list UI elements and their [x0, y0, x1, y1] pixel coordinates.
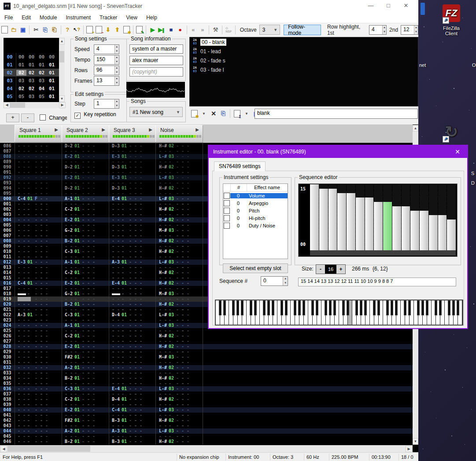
pattern-cell[interactable]: - - -- --- - -: [15, 270, 62, 275]
piano-black-key[interactable]: [298, 300, 301, 315]
record-icon[interactable]: ●: [176, 26, 184, 34]
pattern-cell[interactable]: - - -- --- - -: [15, 249, 62, 254]
pattern-cell[interactable]: - - -- --- - -: [109, 254, 156, 260]
frame-pattern-value[interactable]: 03: [16, 78, 26, 84]
scroll-down-icon[interactable]: ▼: [59, 95, 65, 102]
effect-checkbox[interactable]: [223, 208, 230, 214]
pattern-cell[interactable]: - - -- --- - -: [15, 275, 62, 281]
pattern-cell[interactable]: D-401-- - -: [109, 397, 156, 402]
frame-vscrollbar[interactable]: ▲ ▼: [59, 38, 65, 102]
pattern-cell[interactable]: - - -- --- - -: [15, 339, 62, 344]
pattern-cell[interactable]: H-#02-- - -: [156, 418, 203, 423]
frame-pattern-value[interactable]: 00: [47, 54, 57, 60]
copy-icon[interactable]: ⎘: [41, 26, 49, 34]
pattern-cell[interactable]: C-301-- - -: [62, 386, 109, 391]
piano-black-key[interactable]: [377, 300, 380, 315]
frame-row[interactable]: 0101010101: [4, 61, 59, 69]
cut-icon[interactable]: ✂: [32, 26, 40, 34]
pattern-cell[interactable]: - - -- --- - -: [15, 434, 62, 439]
pattern-cell[interactable]: - - -- --- - -: [109, 302, 156, 307]
pattern-cell[interactable]: - - -- --- - -: [109, 286, 156, 291]
pattern-cell[interactable]: - - -- --- - -: [62, 149, 109, 154]
frame-remove-icon[interactable]: −: [95, 26, 103, 34]
frame-pattern-value[interactable]: 01: [47, 94, 57, 99]
pattern-cell[interactable]: - - -- --- - -: [15, 186, 62, 191]
pattern-cell[interactable]: - - -- --- - -: [109, 233, 156, 238]
pattern-cell[interactable]: - - -- --- - -: [156, 244, 203, 249]
piano-black-key[interactable]: [439, 300, 442, 315]
pattern-cell[interactable]: - - -- --- - -: [62, 360, 109, 365]
pattern-cell[interactable]: H-#02-- - -: [156, 344, 203, 349]
pattern-cell[interactable]: H-#02-- - -: [156, 207, 203, 212]
sequence-loop-strip[interactable]: [310, 250, 456, 256]
pattern-cell[interactable]: H-#02-- - -: [156, 217, 203, 223]
pattern-cell[interactable]: - - -- --- - -: [156, 233, 203, 238]
frame-list[interactable]: 0000000000010101010102020202010303030301…: [4, 38, 59, 102]
pattern-cell[interactable]: - - -- --- - -: [15, 286, 62, 291]
frame-pattern-value[interactable]: 01: [47, 62, 57, 68]
pattern-cell[interactable]: H-#02-- - -: [156, 143, 203, 149]
piano-black-key[interactable]: [355, 300, 358, 315]
pattern-cell[interactable]: L-#03-- - -: [156, 260, 203, 265]
pattern-cell[interactable]: - - -- --- - -: [109, 212, 156, 217]
pattern-cell[interactable]: - - -- --- - -: [62, 402, 109, 407]
pattern-cell[interactable]: H-#02-- - -: [156, 439, 203, 444]
instrument-item[interactable]: 2A0300 - blank: [190, 37, 418, 47]
pattern-cell[interactable]: C-401-- - -: [15, 281, 62, 286]
piano-black-key[interactable]: [250, 300, 252, 315]
song-author-input[interactable]: alex mauer: [129, 56, 183, 65]
pattern-cell[interactable]: - - -- --- - -: [15, 402, 62, 407]
pattern-cell[interactable]: - - -- --- - -: [15, 143, 62, 149]
sequence-bar[interactable]: [365, 184, 374, 250]
instrument-name[interactable]: 02 - fade s: [200, 58, 225, 64]
pattern-cell[interactable]: B-301-- - -: [109, 418, 156, 423]
sequence-bar[interactable]: [420, 184, 428, 250]
pattern-cell[interactable]: - - -- --- - -: [15, 397, 62, 402]
frame-pattern-value[interactable]: 05: [16, 94, 26, 99]
pattern-cell[interactable]: - - -- --- - -: [62, 370, 109, 376]
pattern-hscrollbar[interactable]: ◀ ▶: [0, 445, 413, 452]
pattern-cell[interactable]: - --- - -: [15, 291, 62, 296]
pattern-cell[interactable]: - - -- --- - -: [156, 434, 203, 439]
scroll-up-icon[interactable]: ▲: [59, 38, 65, 44]
pattern-cell[interactable]: - - -- --- - -: [15, 413, 62, 418]
scroll-left-icon[interactable]: ◀: [4, 102, 10, 108]
piano-black-key[interactable]: [373, 300, 376, 315]
pattern-cell[interactable]: - - -- --- - -: [62, 286, 109, 291]
pattern-cell[interactable]: - - -- --- - -: [15, 439, 62, 444]
pattern-cell[interactable]: - - -- --- - -: [15, 370, 62, 376]
play-pattern-icon[interactable]: ▶▌: [158, 26, 166, 34]
pattern-cell[interactable]: - - -- --- - -: [109, 323, 156, 328]
pattern-cell[interactable]: H-#02-- - -: [156, 270, 203, 275]
channel-header-square-2[interactable]: Square 2▶: [62, 125, 109, 143]
new-file-icon[interactable]: [0, 26, 9, 34]
piano-black-key[interactable]: [426, 300, 428, 315]
hammer-icon[interactable]: ⚒: [211, 26, 220, 34]
pattern-cell[interactable]: - - -- --- - -: [156, 254, 203, 260]
speed-spinner[interactable]: 4▲▼: [94, 44, 119, 54]
play-icon[interactable]: ▶: [148, 26, 157, 34]
frame-pattern-value[interactable]: 01: [16, 62, 26, 68]
instrument-item[interactable]: 2A0303 - fade l: [190, 65, 418, 74]
pattern-cell[interactable]: - - -- --- - -: [15, 201, 62, 207]
piano-black-key[interactable]: [285, 300, 288, 315]
move-down-icon[interactable]: ⬇: [104, 26, 112, 34]
pattern-cell[interactable]: - --- - -: [109, 291, 156, 296]
pattern-cell[interactable]: - - -- --- - -: [109, 191, 156, 196]
pattern-cell[interactable]: - - -- --- - -: [15, 365, 62, 370]
scroll-left-icon[interactable]: ◀: [0, 446, 7, 452]
pattern-cell[interactable]: B-201-- - -: [62, 238, 109, 244]
chevron-down-icon[interactable]: ▼: [199, 109, 208, 118]
frame-row[interactable]: 0402020401: [4, 84, 59, 92]
pattern-cell[interactable]: A-201-- - -: [62, 428, 109, 434]
pattern-cell[interactable]: M-#03-- - -: [156, 228, 203, 233]
pattern-cell[interactable]: - - -- --- - -: [109, 296, 156, 302]
pattern-cell[interactable]: - - -- --- - -: [62, 159, 109, 165]
scroll-right-icon[interactable]: ▶: [406, 446, 412, 452]
frame-row[interactable]: 0505030501: [4, 92, 59, 100]
pattern-cell[interactable]: A-101-- - -: [62, 260, 109, 265]
prev-frame-icon[interactable]: «: [189, 26, 198, 34]
pattern-cell[interactable]: H-#02-- - -: [156, 333, 203, 339]
key-repetition-checkbox[interactable]: ✓ Key repetition: [74, 111, 116, 119]
pattern-cell[interactable]: - - -- --- - -: [109, 217, 156, 223]
